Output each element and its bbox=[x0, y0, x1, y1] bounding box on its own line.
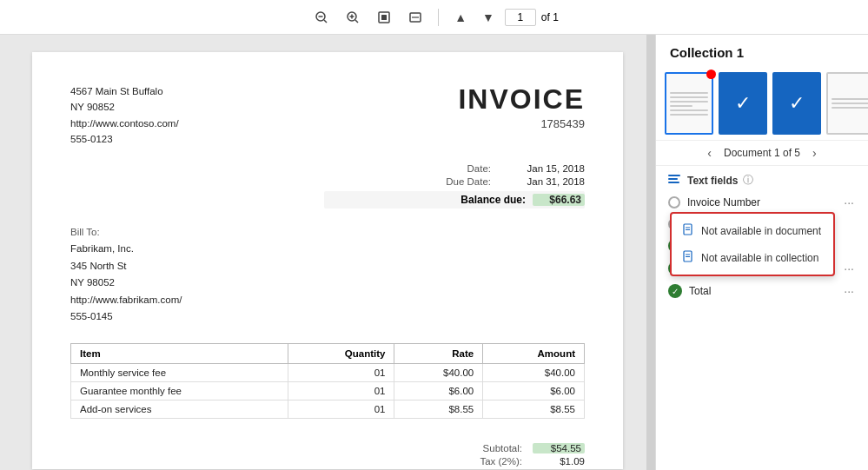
svg-line-2 bbox=[324, 20, 327, 23]
right-panel: Collection 1 ✓ ✓ bbox=[655, 35, 868, 470]
bill-to-phone: 555-0145 bbox=[70, 308, 585, 326]
balance-label: Balance due: bbox=[421, 194, 526, 206]
field-item-invoice-number: Invoice Number ··· Not available in docu… bbox=[665, 191, 859, 214]
scrollbar[interactable] bbox=[646, 35, 655, 470]
company-line1: 4567 Main St Buffalo bbox=[70, 83, 179, 99]
cell-qty-0: 01 bbox=[288, 363, 394, 381]
cell-item-1: Guarantee monthly fee bbox=[71, 381, 288, 400]
main-layout: 4567 Main St Buffalo NY 90852 http://www… bbox=[0, 35, 868, 470]
toolbar: ▲ ▼ of 1 bbox=[0, 0, 868, 35]
page-number-input[interactable] bbox=[505, 9, 536, 26]
panel-title: Collection 1 bbox=[656, 35, 868, 67]
info-icon[interactable]: ⓘ bbox=[743, 173, 753, 188]
table-row: Guarantee monthly fee 01 $6.00 $6.00 bbox=[71, 381, 585, 400]
invoice-title-block: INVOICE 1785439 bbox=[458, 83, 585, 130]
toolbar-nav: ▲ ▼ of 1 bbox=[449, 7, 559, 28]
svg-rect-11 bbox=[668, 175, 680, 176]
dropdown-not-available-doc[interactable]: Not available in document bbox=[672, 217, 833, 244]
subtotal-row: Subtotal: $54.55 bbox=[359, 443, 585, 453]
dropdown-item-label-2: Not available in collection bbox=[701, 252, 818, 264]
cell-amount-2: $8.55 bbox=[483, 400, 585, 418]
invoice-totals: Subtotal: $54.55 Tax (2%): $1.09 Shippin… bbox=[70, 443, 585, 470]
doc-prev-button[interactable]: ‹ bbox=[704, 146, 715, 160]
cell-qty-1: 01 bbox=[288, 381, 394, 400]
company-line3: http://www.contoso.com/ bbox=[70, 116, 179, 131]
thumbnail-3[interactable]: ✓ bbox=[772, 72, 821, 135]
date-row: Date: Jan 15, 2018 bbox=[324, 163, 585, 174]
due-date-label: Due Date: bbox=[395, 176, 491, 187]
thumbnail-2[interactable]: ✓ bbox=[719, 72, 767, 135]
bill-to-company: Fabrikam, Inc. bbox=[70, 241, 585, 258]
toolbar-divider bbox=[438, 9, 439, 26]
invoice-document: 4567 Main St Buffalo NY 90852 http://www… bbox=[32, 52, 623, 469]
zoom-out-icon bbox=[315, 10, 328, 24]
svg-rect-12 bbox=[668, 178, 678, 180]
dropdown-not-available-collection[interactable]: Not available in collection bbox=[672, 244, 833, 271]
field-name-invoice-number: Invoice Number bbox=[687, 196, 835, 209]
cell-item-2: Add-on services bbox=[71, 400, 288, 418]
cell-item-0: Monthly service fee bbox=[71, 363, 288, 381]
subtotal-label: Subtotal: bbox=[359, 443, 522, 453]
company-line2: NY 90852 bbox=[70, 99, 179, 115]
invoice-header: 4567 Main St Buffalo NY 90852 http://www… bbox=[70, 83, 585, 148]
table-row: Monthly service fee 01 $40.00 $40.00 bbox=[71, 363, 585, 381]
fit-page-button[interactable] bbox=[372, 7, 396, 28]
svg-rect-13 bbox=[668, 182, 679, 183]
doc-next-button[interactable]: › bbox=[809, 146, 820, 160]
thumbnail-strip: ✓ ✓ bbox=[656, 67, 868, 141]
dropdown-doc-icon-1 bbox=[682, 223, 694, 238]
invoice-number: 1785439 bbox=[458, 117, 585, 130]
field-name-total: Total bbox=[689, 285, 835, 297]
date-value: Jan 15, 2018 bbox=[498, 163, 585, 174]
page-total: of 1 bbox=[541, 11, 559, 23]
field-radio-invoice-number[interactable] bbox=[668, 196, 680, 209]
prev-page-button[interactable]: ▲ bbox=[449, 7, 472, 28]
field-item-total: ✓ Total ··· bbox=[665, 280, 859, 302]
next-page-button[interactable]: ▼ bbox=[477, 7, 500, 28]
fit-width-button[interactable] bbox=[403, 7, 427, 28]
bill-to-addr1: 345 North St bbox=[70, 258, 585, 275]
bill-to-label: Bill To: bbox=[70, 224, 585, 242]
text-fields-header: Text fields ⓘ bbox=[656, 166, 868, 191]
invoice-meta: Date: Jan 15, 2018 Due Date: Jan 31, 201… bbox=[70, 163, 585, 209]
tax-value: $1.09 bbox=[533, 456, 585, 467]
field-list: Invoice Number ··· Not available in docu… bbox=[656, 191, 868, 470]
col-item: Item bbox=[71, 343, 288, 363]
col-rate: Rate bbox=[394, 343, 483, 363]
balance-value: $66.63 bbox=[533, 194, 585, 206]
invoice-table: Item Quantity Rate Amount Monthly servic… bbox=[70, 343, 585, 419]
cell-amount-1: $6.00 bbox=[483, 381, 585, 400]
due-date-row: Due Date: Jan 31, 2018 bbox=[324, 176, 585, 187]
table-row: Add-on services 01 $8.55 $8.55 bbox=[71, 400, 585, 418]
thumbnail-4[interactable] bbox=[826, 72, 868, 135]
cell-rate-2: $8.55 bbox=[394, 400, 483, 418]
cell-rate-1: $6.00 bbox=[394, 381, 483, 400]
thumb-notification bbox=[706, 70, 716, 79]
company-address: 4567 Main St Buffalo NY 90852 http://www… bbox=[70, 83, 179, 148]
thumbnail-1[interactable] bbox=[665, 72, 713, 135]
company-line4: 555-0123 bbox=[70, 131, 179, 147]
text-fields-svg-icon bbox=[668, 174, 682, 184]
balance-row: Balance due: $66.63 bbox=[324, 191, 585, 209]
field-check-total[interactable]: ✓ bbox=[668, 284, 682, 298]
thumb-check-2: ✓ bbox=[735, 92, 751, 115]
zoom-in-icon bbox=[346, 10, 360, 24]
col-quantity: Quantity bbox=[288, 343, 394, 363]
date-label: Date: bbox=[395, 163, 491, 174]
fit-page-icon bbox=[377, 10, 391, 24]
cell-qty-2: 01 bbox=[288, 400, 394, 418]
field-dots-total[interactable]: ··· bbox=[842, 284, 856, 298]
cell-amount-0: $40.00 bbox=[483, 363, 585, 381]
doc-nav-label: Document 1 of 5 bbox=[724, 147, 800, 159]
tax-label: Tax (2%): bbox=[359, 456, 522, 467]
thumb-lines-4 bbox=[828, 95, 868, 112]
tax-row: Tax (2%): $1.09 bbox=[359, 456, 585, 467]
field-dots-invoice-number[interactable]: ··· bbox=[842, 195, 856, 209]
bill-to: Bill To: Fabrikam, Inc. 345 North St NY … bbox=[70, 224, 585, 326]
dropdown-item-label-1: Not available in document bbox=[701, 225, 821, 237]
zoom-out-button[interactable] bbox=[309, 7, 334, 28]
thumb-check-3: ✓ bbox=[789, 92, 805, 115]
zoom-in-button[interactable] bbox=[341, 7, 365, 28]
field-dots-subtotal[interactable]: ··· bbox=[842, 261, 856, 275]
bill-to-url: http://www.fabrikam.com/ bbox=[70, 292, 585, 309]
